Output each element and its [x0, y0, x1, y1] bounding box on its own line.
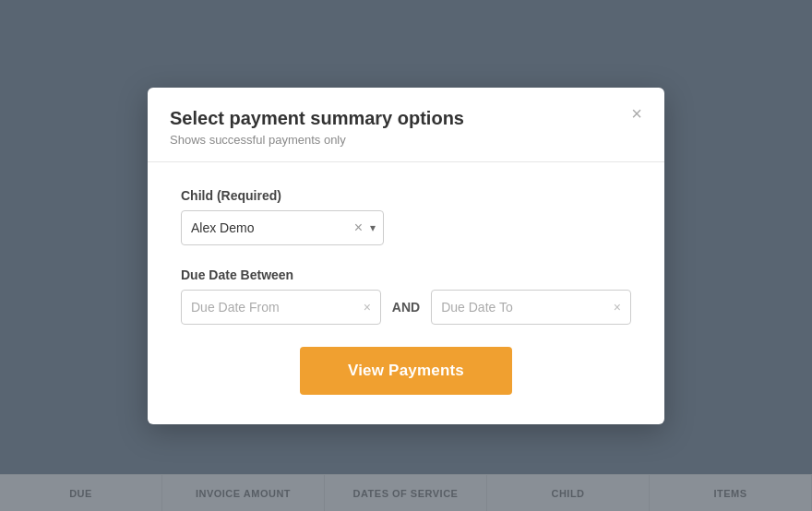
chevron-down-icon: ▾: [366, 221, 376, 234]
child-select-value: Alex Demo: [191, 220, 351, 235]
child-label: Child (Required): [181, 188, 631, 203]
due-date-from-clear-button[interactable]: ×: [362, 301, 373, 314]
modal-title: Select payment summary options: [170, 108, 642, 129]
due-date-label: Due Date Between: [181, 267, 631, 282]
modal-overlay: Select payment summary options Shows suc…: [0, 0, 812, 511]
due-date-group: Due Date Between Due Date From × AND Due…: [181, 267, 631, 325]
and-label: AND: [392, 300, 420, 315]
modal-header: Select payment summary options Shows suc…: [148, 88, 664, 162]
date-row: Due Date From × AND Due Date To ×: [181, 290, 631, 325]
due-date-to-input[interactable]: Due Date To ×: [431, 290, 631, 325]
modal-subtitle: Shows successful payments only: [170, 133, 642, 147]
modal-body: Child (Required) Alex Demo × ▾ Due Date …: [148, 162, 664, 424]
due-date-to-clear-button[interactable]: ×: [612, 301, 623, 314]
due-date-from-placeholder: Due Date From: [191, 300, 362, 315]
child-select[interactable]: Alex Demo × ▾: [181, 210, 384, 245]
due-date-to-placeholder: Due Date To: [441, 300, 612, 315]
due-date-from-input[interactable]: Due Date From ×: [181, 290, 381, 325]
child-clear-button[interactable]: ×: [351, 220, 366, 235]
payment-summary-modal: Select payment summary options Shows suc…: [148, 88, 664, 424]
child-field-group: Child (Required) Alex Demo × ▾: [181, 188, 631, 245]
close-button[interactable]: ×: [626, 102, 648, 125]
view-payments-button[interactable]: View Payments: [300, 347, 512, 395]
